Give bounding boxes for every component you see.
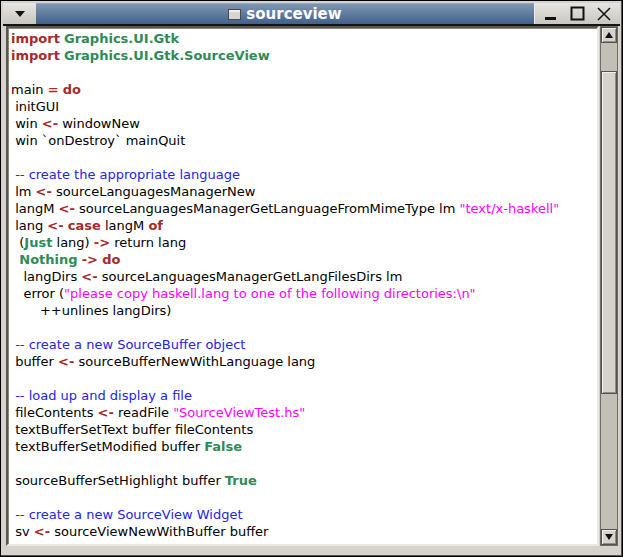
code-line: import Graphics.UI.Gtk	[11, 30, 597, 47]
close-icon	[596, 6, 612, 22]
window-menu-button[interactable]	[3, 3, 36, 24]
source-text-view[interactable]: import Graphics.UI.Gtkimport Graphics.UI…	[6, 26, 599, 546]
code-line: fileContents <- readFile "SourceViewTest…	[11, 404, 597, 421]
scrollbar-up-button[interactable]	[601, 27, 617, 43]
code-line: Nothing -> do	[11, 251, 597, 268]
close-button[interactable]	[594, 4, 614, 24]
minimize-button[interactable]	[541, 4, 561, 24]
code-line: -- create the appropriate language	[11, 166, 597, 183]
code-line: -- load up and display a file	[11, 387, 597, 404]
code-line: sv <- sourceViewNewWithBuffer buffer	[11, 523, 597, 540]
code-line: win `onDestroy` mainQuit	[11, 132, 597, 149]
code-line: (Just lang) -> return lang	[11, 234, 597, 251]
scroll-up-icon	[605, 32, 613, 38]
code-line	[11, 149, 597, 166]
code-line: -- create a new SourceBuffer object	[11, 336, 597, 353]
code-line: main = do	[11, 81, 597, 98]
code-line: sourceBufferSetHighlight buffer True	[11, 472, 597, 489]
menu-down-arrow-icon	[15, 11, 25, 17]
code-line	[11, 64, 597, 81]
window-content: import Graphics.UI.Gtkimport Graphics.UI…	[3, 26, 620, 546]
titlebar-title-area: sourceview	[36, 3, 534, 24]
code-line: langDirs <- sourceLanguagesManagerGetLan…	[11, 268, 597, 285]
code-line	[11, 319, 597, 336]
minimize-icon	[544, 7, 558, 21]
code-line	[11, 370, 597, 387]
app-window: sourceview import Graphics.UI.Gtkimport …	[0, 0, 623, 557]
code-line: initGUI	[11, 98, 597, 115]
titlebar: sourceview	[3, 3, 620, 26]
code-line: ++unlines langDirs)	[11, 302, 597, 319]
code-line: lm <- sourceLanguagesManagerNew	[11, 183, 597, 200]
code-line: langM <- sourceLanguagesManagerGetLangua…	[11, 200, 597, 217]
maximize-icon	[570, 6, 585, 21]
code-line: error ("please copy haskell.lang to one …	[11, 285, 597, 302]
code-line: import Graphics.UI.Gtk.SourceView	[11, 47, 597, 64]
code-line: buffer <- sourceBufferNewWithLanguage la…	[11, 353, 597, 370]
window-title: sourceview	[246, 7, 341, 22]
scrollbar-thumb[interactable]	[601, 71, 617, 394]
code-line	[11, 489, 597, 506]
code-line: -- create a new SourceView Widget	[11, 506, 597, 523]
window-controls	[534, 3, 620, 24]
code-line	[11, 455, 597, 472]
code-line: textBufferSetModified buffer False	[11, 438, 597, 455]
code-line: textBufferSetText buffer fileContents	[11, 421, 597, 438]
scroll-down-icon	[605, 534, 613, 540]
scrollbar-down-button[interactable]	[601, 529, 617, 545]
code-line: win <- windowNew	[11, 115, 597, 132]
vertical-scrollbar	[600, 26, 618, 546]
window-app-icon	[228, 9, 241, 20]
scrollbar-trough[interactable]	[601, 43, 617, 529]
maximize-button[interactable]	[568, 4, 588, 24]
code-line: lang <- case langM of	[11, 217, 597, 234]
